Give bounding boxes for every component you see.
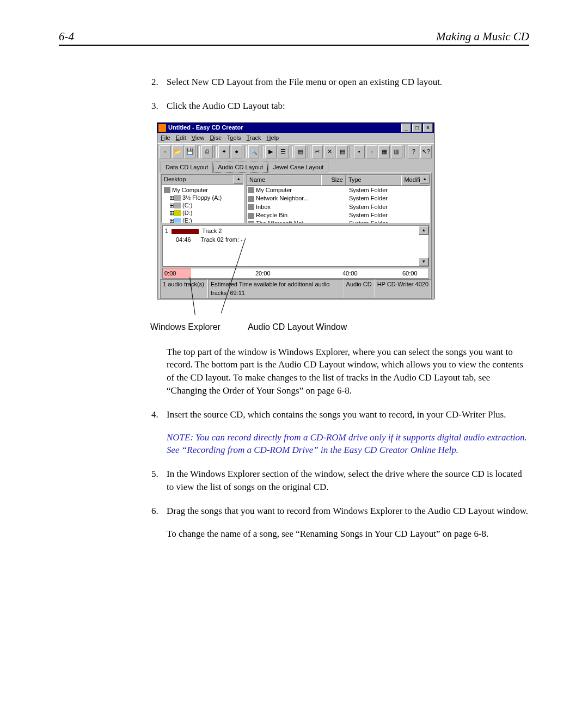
- step-5: In the Windows Explorer section of the w…: [167, 468, 529, 494]
- menu-disc[interactable]: Disc: [210, 134, 221, 142]
- tb-save[interactable]: 💾: [185, 145, 196, 158]
- track-duration: 04:46: [176, 236, 191, 244]
- time-ruler: 0:00 20:00 40:00 60:00: [162, 268, 429, 279]
- tb-prop[interactable]: ▤: [295, 145, 306, 158]
- tree-header: Desktop: [162, 175, 243, 185]
- menu-edit[interactable]: Edit: [176, 134, 186, 142]
- tb-new[interactable]: ▫: [160, 145, 171, 158]
- tb-cut[interactable]: ✂: [312, 145, 323, 158]
- callout-explorer: Windows Explorer: [150, 321, 220, 333]
- step-4-note: NOTE: You can record directly from a CD-…: [167, 431, 529, 457]
- tree-mycomputer[interactable]: My Computer: [172, 187, 208, 193]
- step-6a: Drag the songs that you want to record f…: [167, 505, 529, 518]
- tb-find[interactable]: 🔍: [248, 145, 260, 158]
- tb-v2[interactable]: ▫: [366, 145, 377, 158]
- menu-tools[interactable]: Tools: [227, 134, 241, 142]
- close-button[interactable]: ×: [423, 124, 433, 132]
- tree-pane[interactable]: Desktop My Computer ⊞3½ Floppy (A:) ⊞(C:…: [161, 174, 244, 223]
- track-scroll-up[interactable]: ▴: [419, 226, 428, 235]
- menu-file[interactable]: File: [161, 134, 170, 142]
- tb-help[interactable]: ?: [408, 145, 419, 158]
- app-icon: [158, 124, 166, 132]
- ruler-tick: 60:00: [402, 269, 418, 278]
- track-source: Track 02 from: -: [201, 236, 243, 244]
- header-rule: [59, 45, 529, 46]
- minimize-button[interactable]: _: [401, 124, 411, 132]
- status-device: HP CD-Writer 4020: [375, 279, 431, 298]
- step-2: Select New CD Layout from the File menu …: [167, 76, 529, 89]
- toolbar: ▫ 📂 💾 ⎙ ✦ ● 🔍 ▶ ☰: [157, 143, 434, 160]
- tb-v4[interactable]: ▥: [391, 145, 402, 158]
- step-3-body: The top part of the window is Windows Ex…: [167, 346, 529, 397]
- menu-track[interactable]: Track: [246, 134, 261, 142]
- track-number: 1: [165, 227, 168, 235]
- callout-audio-layout: Audio CD Layout Window: [248, 321, 347, 333]
- maximize-button[interactable]: □: [412, 124, 422, 132]
- track-scroll-down[interactable]: ▾: [419, 257, 428, 266]
- status-tracks: 1 audio track(s): [160, 279, 208, 298]
- col-size[interactable]: Size: [321, 175, 346, 185]
- tb-prop2[interactable]: ▤: [336, 145, 348, 158]
- menu-help[interactable]: Help: [267, 134, 279, 142]
- tb-del[interactable]: ✕: [324, 145, 335, 158]
- tree-d[interactable]: (D:): [182, 210, 192, 216]
- tb-v3[interactable]: ▦: [378, 145, 390, 158]
- tb-wizard[interactable]: ✦: [218, 145, 230, 158]
- step-6b: To change the name of a song, see “Renam…: [167, 527, 529, 541]
- track-name[interactable]: Track 2: [202, 227, 222, 235]
- status-bar: 1 audio track(s) Estimated Time availabl…: [160, 279, 431, 298]
- page-number: 6-4: [59, 30, 74, 44]
- tb-v1[interactable]: ▪: [354, 145, 365, 158]
- tb-open[interactable]: 📂: [172, 145, 183, 158]
- list-item[interactable]: Inbox: [256, 204, 271, 210]
- chapter-title: Making a Music CD: [436, 30, 529, 44]
- tree-e[interactable]: (E:): [182, 217, 192, 224]
- tb-edit[interactable]: ☰: [278, 145, 289, 158]
- track-bar[interactable]: [171, 229, 199, 234]
- menu-view[interactable]: View: [192, 134, 205, 142]
- status-disc: Audio CD: [344, 279, 375, 298]
- tab-audio-cd[interactable]: Audio CD Layout: [213, 162, 268, 173]
- tree-scroll-up[interactable]: ▴: [234, 175, 243, 183]
- step-3-intro: Click the Audio CD Layout tab:: [167, 100, 529, 113]
- list-scroll-up[interactable]: ▴: [420, 175, 430, 183]
- tb-print[interactable]: ⎙: [201, 145, 213, 158]
- list-item[interactable]: The Microsoft Net: [256, 220, 303, 223]
- window-title: Untitled - Easy CD Creator: [168, 124, 243, 132]
- tb-record[interactable]: ●: [231, 145, 242, 158]
- ruler-tick: 40:00: [342, 269, 358, 278]
- tree-floppy[interactable]: 3½ Floppy (A:): [182, 194, 222, 201]
- tab-data-cd[interactable]: Data CD Layout: [161, 162, 213, 173]
- list-item[interactable]: My Computer: [256, 187, 292, 193]
- app-screenshot: Untitled - Easy CD Creator _ □ × File Ed…: [157, 122, 434, 300]
- tree-c[interactable]: (C:): [182, 202, 192, 208]
- track-list-pane[interactable]: 1 Track 2 04:46 Track 02 from: - ▴: [162, 225, 429, 267]
- tb-play[interactable]: ▶: [265, 145, 277, 158]
- list-item[interactable]: Network Neighbor...: [256, 195, 309, 201]
- callout-lines: [157, 302, 434, 320]
- tab-jewel[interactable]: Jewel Case Layout: [268, 162, 328, 173]
- step-4: Insert the source CD, which contains the…: [167, 408, 529, 421]
- list-pane[interactable]: Name Size Type Modified My ComputerSyste…: [246, 174, 430, 223]
- col-type[interactable]: Type: [346, 175, 402, 185]
- list-item[interactable]: Recycle Bin: [256, 212, 287, 218]
- ruler-tick: 20:00: [255, 269, 271, 278]
- ruler-tick: 0:00: [164, 269, 176, 278]
- col-name[interactable]: Name: [247, 175, 321, 185]
- tb-whats[interactable]: ↖?: [420, 145, 432, 158]
- menu-bar[interactable]: File Edit View Disc Tools Track Help: [157, 133, 434, 143]
